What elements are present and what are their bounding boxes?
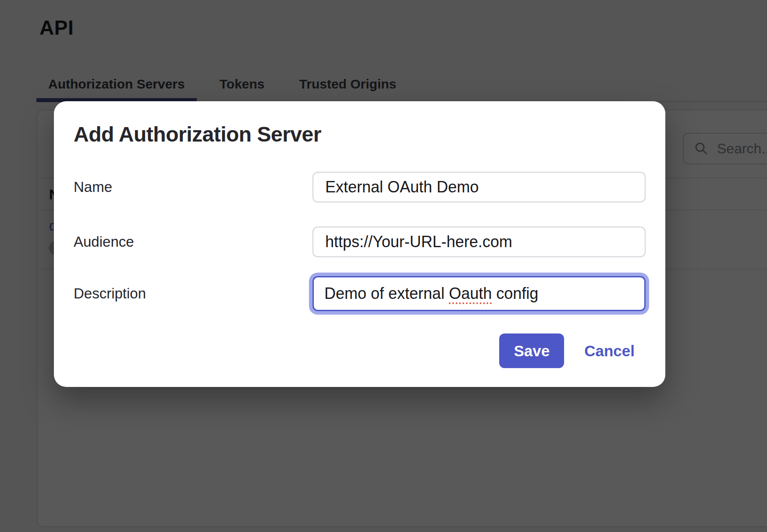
add-authorization-server-modal: Add Authorization Server Name Audience D… bbox=[54, 101, 665, 387]
description-label: Description bbox=[74, 285, 312, 302]
audience-field-row: Audience bbox=[74, 227, 646, 257]
description-text-misspelled: Oauth bbox=[449, 284, 492, 303]
audience-label: Audience bbox=[74, 234, 312, 250]
cancel-button[interactable]: Cancel bbox=[584, 342, 635, 360]
description-field-row: Description Demo of external Oauth confi… bbox=[74, 276, 646, 311]
description-text-before: Demo of external bbox=[324, 284, 449, 303]
description-input[interactable]: Demo of external Oauth config bbox=[312, 276, 646, 311]
modal-button-row: Save Cancel bbox=[74, 333, 635, 368]
name-label: Name bbox=[74, 179, 312, 195]
audience-input[interactable] bbox=[312, 227, 646, 257]
save-button[interactable]: Save bbox=[499, 333, 564, 368]
name-field-row: Name bbox=[74, 172, 646, 202]
modal-title: Add Authorization Server bbox=[74, 122, 321, 146]
name-input[interactable] bbox=[312, 172, 646, 202]
description-text-after: config bbox=[492, 284, 538, 303]
